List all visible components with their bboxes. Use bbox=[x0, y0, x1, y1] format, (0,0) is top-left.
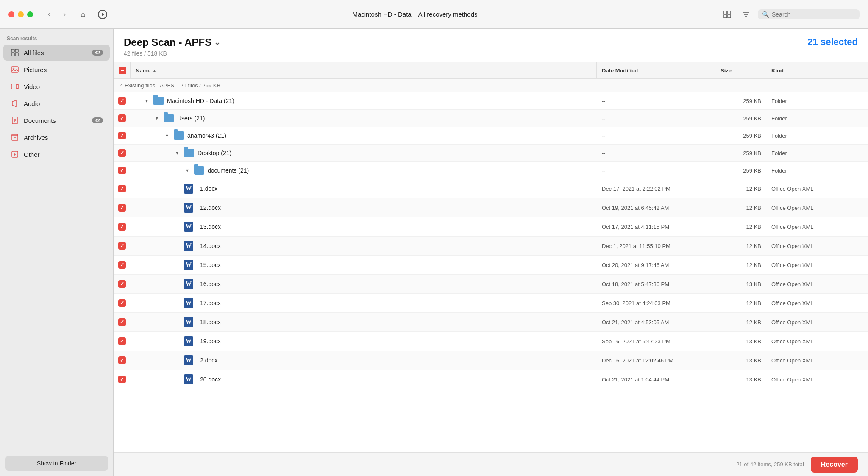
footer-info: 21 of 42 items, 259 KB total bbox=[736, 461, 804, 468]
filter-button[interactable] bbox=[739, 8, 753, 21]
other-icon bbox=[10, 150, 19, 159]
sidebar-item-label: Documents bbox=[24, 117, 56, 124]
sidebar-item-label: Video bbox=[24, 83, 40, 90]
forward-button[interactable]: › bbox=[58, 8, 70, 20]
maximize-button[interactable] bbox=[27, 11, 33, 17]
folder-icon bbox=[153, 97, 164, 105]
row-name-cell: 2.docx bbox=[131, 351, 597, 370]
row-kind: Office Open XML bbox=[766, 296, 868, 311]
table-row: ▾ Users (21) -- 259 KB Folder bbox=[114, 110, 868, 127]
th-kind[interactable]: Kind bbox=[766, 62, 868, 78]
table-row: 16.docx Oct 18, 2021 at 5:47:36 PM 13 KB… bbox=[114, 275, 868, 294]
scan-results-label: Scan results bbox=[0, 29, 113, 44]
content-header: Deep Scan - APFS ⌄ 42 files / 518 KB 21 … bbox=[114, 29, 868, 62]
row-checkbox[interactable] bbox=[114, 276, 131, 292]
row-kind: Office Open XML bbox=[766, 353, 868, 368]
row-checkbox[interactable] bbox=[114, 181, 131, 197]
pictures-icon bbox=[10, 65, 19, 74]
show-in-finder-button[interactable]: Show in Finder bbox=[5, 456, 108, 471]
home-button[interactable]: ⌂ bbox=[77, 8, 89, 20]
row-name-cell: 12.docx bbox=[131, 198, 597, 217]
row-name: 12.docx bbox=[200, 204, 221, 211]
svg-rect-11 bbox=[11, 53, 14, 56]
row-checkbox[interactable] bbox=[114, 219, 131, 235]
svg-rect-10 bbox=[15, 49, 18, 52]
row-name-cell: ▾ Desktop (21) bbox=[131, 145, 597, 161]
documents-icon bbox=[10, 116, 19, 125]
selected-count: 21 selected bbox=[807, 36, 858, 47]
all-files-icon bbox=[10, 48, 19, 57]
row-checkbox[interactable] bbox=[114, 162, 131, 178]
group-header-cell: ✓ Existing files - APFS – 21 files / 259… bbox=[114, 79, 868, 92]
row-size: 13 KB bbox=[715, 353, 766, 368]
th-size[interactable]: Size bbox=[715, 62, 766, 78]
row-date: Oct 18, 2021 at 5:47:36 PM bbox=[597, 277, 715, 292]
row-checkbox[interactable] bbox=[114, 93, 131, 109]
expand-icon[interactable]: ▾ bbox=[184, 167, 191, 174]
search-box[interactable]: 🔍 bbox=[758, 9, 860, 19]
row-checkbox[interactable] bbox=[114, 352, 131, 368]
select-all-checkbox[interactable] bbox=[119, 67, 126, 74]
sidebar-item-label: Archives bbox=[24, 134, 48, 141]
row-date: -- bbox=[597, 163, 715, 178]
view-toggle-button[interactable] bbox=[721, 8, 734, 21]
search-input[interactable] bbox=[772, 11, 855, 18]
sidebar-item-documents[interactable]: Documents 42 bbox=[3, 112, 110, 128]
row-checkbox[interactable] bbox=[114, 110, 131, 126]
nav-buttons: ‹ › bbox=[43, 8, 70, 20]
word-doc-icon bbox=[184, 317, 193, 327]
back-button[interactable]: ‹ bbox=[43, 8, 55, 20]
row-checkbox[interactable] bbox=[114, 257, 131, 273]
sidebar-item-other[interactable]: Other bbox=[3, 146, 110, 162]
row-size: 12 KB bbox=[715, 239, 766, 253]
sidebar-item-video[interactable]: Video bbox=[3, 78, 110, 95]
row-name-cell: 1.docx bbox=[131, 179, 597, 198]
all-files-badge: 42 bbox=[92, 50, 103, 56]
th-name[interactable]: Name ▲ bbox=[131, 62, 597, 78]
expand-icon[interactable]: ▾ bbox=[153, 115, 160, 122]
row-checkbox[interactable] bbox=[114, 238, 131, 254]
svg-rect-9 bbox=[11, 49, 14, 52]
scan-title-chevron-icon[interactable]: ⌄ bbox=[214, 38, 220, 47]
folder-icon bbox=[174, 131, 184, 140]
row-date: Oct 21, 2021 at 1:04:44 PM bbox=[597, 372, 715, 387]
row-size: 259 KB bbox=[715, 111, 766, 126]
sidebar-item-all-files[interactable]: All files 42 bbox=[3, 45, 110, 61]
table-row: 19.docx Sep 16, 2021 at 5:47:23 PM 13 KB… bbox=[114, 332, 868, 351]
expand-icon[interactable]: ▾ bbox=[174, 150, 181, 156]
row-checkbox[interactable] bbox=[114, 145, 131, 161]
svg-point-14 bbox=[13, 68, 14, 70]
sidebar-item-audio[interactable]: Audio bbox=[3, 95, 110, 111]
row-kind: Office Open XML bbox=[766, 181, 868, 196]
row-checkbox[interactable] bbox=[114, 333, 131, 349]
svg-rect-5 bbox=[728, 15, 731, 18]
row-name: Desktop (21) bbox=[198, 150, 231, 156]
close-button[interactable] bbox=[8, 11, 14, 17]
expand-icon[interactable]: ▾ bbox=[164, 132, 170, 139]
row-name-cell: 14.docx bbox=[131, 237, 597, 255]
row-name: 20.docx bbox=[200, 376, 221, 383]
row-date: Dec 17, 2021 at 2:22:02 PM bbox=[597, 181, 715, 196]
row-checkbox[interactable] bbox=[114, 314, 131, 330]
svg-rect-13 bbox=[11, 67, 18, 72]
table-row: 2.docx Dec 16, 2021 at 12:02:46 PM 13 KB… bbox=[114, 351, 868, 370]
row-kind: Office Open XML bbox=[766, 372, 868, 387]
row-checkbox[interactable] bbox=[114, 200, 131, 216]
th-date[interactable]: Date Modified bbox=[597, 62, 715, 78]
row-name: documents (21) bbox=[208, 167, 249, 174]
row-checkbox[interactable] bbox=[114, 371, 131, 387]
row-checkbox[interactable] bbox=[114, 128, 131, 144]
group-chevron-icon[interactable]: ✓ bbox=[119, 83, 123, 89]
row-date: Oct 19, 2021 at 6:45:42 AM bbox=[597, 200, 715, 215]
minimize-button[interactable] bbox=[18, 11, 24, 17]
row-date: Oct 21, 2021 at 4:53:05 AM bbox=[597, 315, 715, 330]
folder-icon bbox=[164, 114, 174, 122]
sidebar-item-archives[interactable]: Archives bbox=[3, 129, 110, 145]
scan-subtitle: 42 files / 518 KB bbox=[124, 50, 220, 57]
expand-icon[interactable]: ▾ bbox=[143, 97, 150, 104]
recover-button[interactable]: Recover bbox=[811, 457, 858, 473]
sidebar-item-pictures[interactable]: Pictures bbox=[3, 61, 110, 78]
svg-rect-2 bbox=[724, 11, 727, 14]
row-name: anamor43 (21) bbox=[187, 132, 226, 139]
row-checkbox[interactable] bbox=[114, 295, 131, 311]
